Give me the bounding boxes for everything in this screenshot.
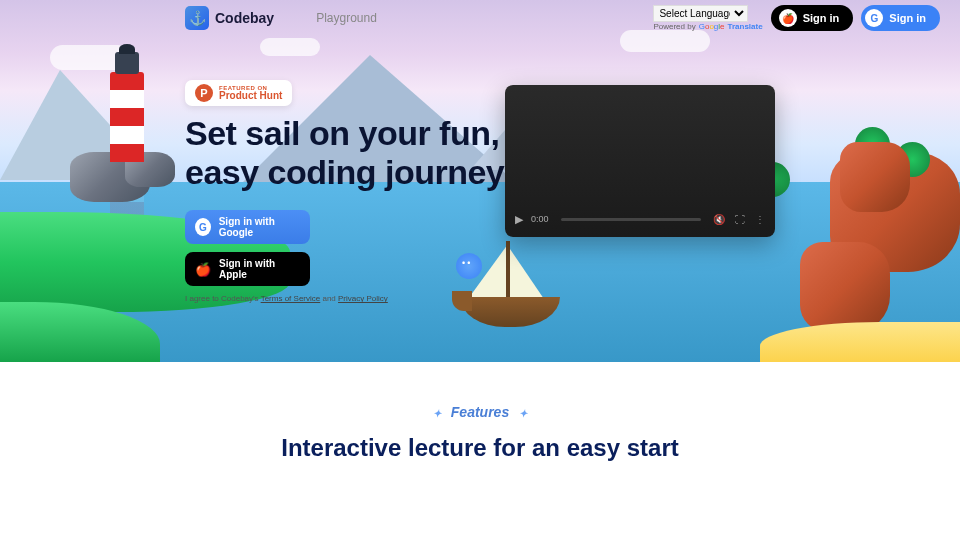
features-label: Features	[411, 402, 549, 422]
signin-google-button[interactable]: G Sign in with Google	[185, 210, 310, 244]
features-section: Features Interactive lecture for an easy…	[0, 362, 960, 462]
hero-section: P FEATURED ON Product Hunt Set sail on y…	[0, 0, 960, 362]
brand-logo[interactable]: ⚓ Codebay	[185, 6, 274, 30]
signin-google-header[interactable]: G Sign in	[861, 5, 940, 31]
features-heading: Interactive lecture for an easy start	[0, 434, 960, 462]
lighthouse-decoration	[110, 52, 144, 162]
fullscreen-icon[interactable]: ⛶	[735, 214, 745, 225]
header-bar: ⚓ Codebay Playground Select Language Pow…	[0, 0, 960, 36]
apple-icon: 🍎	[195, 262, 211, 277]
terms-text: I agree to Codebay's Terms of Service an…	[185, 294, 515, 303]
privacy-link[interactable]: Privacy Policy	[338, 294, 388, 303]
video-controls: ▶ 0:00 🔇 ⛶ ⋮	[515, 209, 765, 229]
cloud-decoration	[260, 38, 320, 56]
volume-icon[interactable]: 🔇	[713, 214, 725, 225]
hero-headline: Set sail on your fun, easy coding journe…	[185, 114, 515, 192]
hero-video-player[interactable]: ▶ 0:00 🔇 ⛶ ⋮	[505, 85, 775, 237]
google-icon: G	[865, 9, 883, 27]
video-time: 0:00	[531, 214, 549, 224]
apple-icon: 🍎	[779, 9, 797, 27]
google-icon: G	[195, 218, 211, 236]
nav-playground[interactable]: Playground	[316, 11, 377, 25]
google-micro-logo: Google	[699, 22, 725, 31]
language-select[interactable]: Select Language	[653, 5, 748, 22]
header-right: Select Language Powered by Google Transl…	[653, 5, 940, 31]
ph-name-label: Product Hunt	[219, 91, 282, 101]
signin-apple-button[interactable]: 🍎 Sign in with Apple	[185, 252, 310, 286]
product-hunt-badge[interactable]: P FEATURED ON Product Hunt	[185, 80, 292, 106]
video-progress-bar[interactable]	[561, 218, 701, 221]
play-icon[interactable]: ▶	[515, 213, 523, 226]
signin-apple-header[interactable]: 🍎 Sign in	[771, 5, 854, 31]
more-icon[interactable]: ⋮	[755, 214, 765, 225]
powered-by-label: Powered by Google Translate	[653, 22, 762, 31]
language-widget: Select Language Powered by Google Transl…	[653, 5, 762, 31]
logo-icon: ⚓	[185, 6, 209, 30]
terms-link[interactable]: Terms of Service	[261, 294, 321, 303]
product-hunt-icon: P	[195, 84, 213, 102]
brand-name: Codebay	[215, 10, 274, 26]
auth-buttons: G Sign in with Google 🍎 Sign in with App…	[185, 210, 515, 286]
hero-content: P FEATURED ON Product Hunt Set sail on y…	[185, 80, 515, 303]
